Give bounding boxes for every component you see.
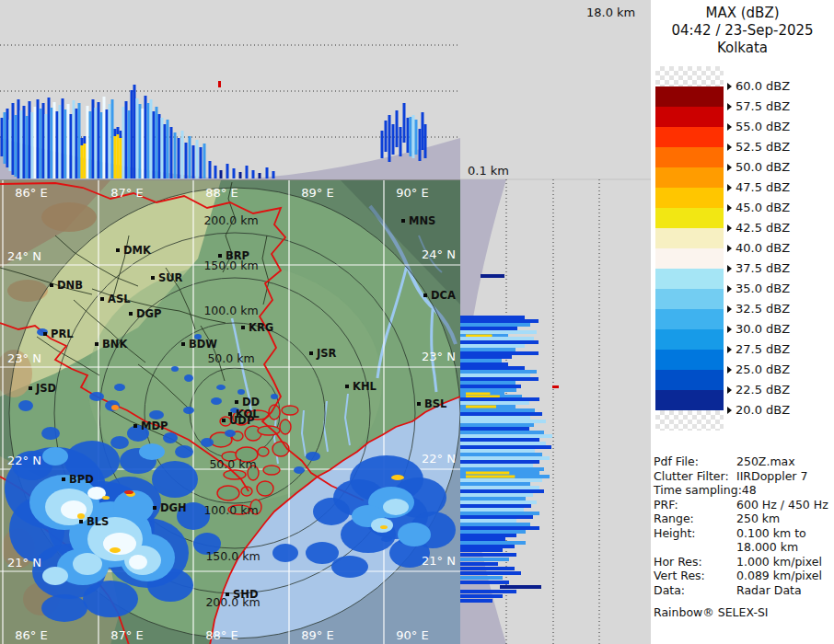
station-label: BRP [226,249,249,262]
echo-bar [103,97,106,178]
metadata-row: Clutter Filter:IIRDoppler 7 [654,469,832,484]
scale-band [655,188,724,208]
station-label: JSD [35,382,56,395]
scale-band [655,228,724,248]
station-label: DGP [136,307,161,320]
echo-bar [239,172,242,178]
island [224,470,246,479]
echo-bar [460,327,517,330]
metadata-row: 18.000 km [654,540,832,555]
echo-bar [460,456,550,460]
echo-bar [460,340,539,344]
precipitation-echo [381,536,392,542]
echo-bar [381,131,384,158]
scale-tick-arrow-icon [727,245,732,252]
precipitation-echo [184,374,193,382]
station-marker [151,276,155,280]
echo-bar [1,118,4,156]
echo-bar [4,112,6,164]
echo-bar [419,129,422,161]
precipitation-echo [383,499,409,515]
echo-bar [161,118,164,178]
island [257,481,273,496]
precipitation-echo [380,525,388,529]
echo-bar [170,127,173,178]
echo-bar [100,112,103,178]
scale-tick-label: 37.5 dBZ [727,261,790,275]
scale-band [655,107,724,127]
echo-bar [31,112,34,178]
echo-bar [203,144,206,178]
precipitation-echo [73,553,102,575]
scale-band [655,350,724,370]
precipitation-echo [42,447,68,466]
echo-bar [150,99,153,178]
side-projection-panel: 18.0 km 0.1 km [460,0,651,644]
island [258,447,269,456]
echo-bar [156,107,158,178]
station-marker [218,254,222,258]
precipitation-echo [391,475,404,480]
echo-bar [62,98,64,178]
echo-bar [178,138,180,178]
product-datetime: 04:42 / 23-Sep-2025 [651,22,834,40]
echo-bar [147,103,150,178]
precipitation-echo [129,555,147,569]
echo-bar [460,442,546,445]
station-marker [62,477,65,481]
metadata-row: Height:0.100 km to [654,526,832,541]
echo-bar [84,136,87,144]
station-marker [50,283,53,287]
echo-bar [460,438,539,442]
station-marker [309,351,313,355]
echo-bar [460,423,534,427]
station-label: DCA [431,289,456,302]
latitude-label: 22° N [7,454,41,467]
station-label: BNK [102,338,128,351]
precipitation-echo [83,581,138,617]
precipitation-echo [102,496,110,500]
echo-bar [392,124,395,155]
echo-bar [460,408,535,412]
precipitation-echo [89,392,104,401]
precipitation-echo [152,461,198,498]
echo-bar [37,99,40,178]
precipitation-echo [18,400,33,411]
echo-bar [460,541,526,545]
scale-band [655,66,724,86]
scale-tick-arrow-icon [727,164,732,171]
scale-tick-label: 20.0 dBZ [727,403,790,417]
echo-bar [89,111,92,178]
echo-bar [460,530,526,534]
echo-bar [136,98,139,178]
echo-bar [12,103,15,175]
echo-bar [153,111,156,178]
echo-bar [167,120,169,178]
longitude-label: 87° E [110,186,143,200]
station-marker [222,419,226,422]
precipitation-echo [306,542,339,564]
scale-tick-label: 52.5 dBZ [727,140,790,154]
echo-bar [460,594,503,598]
echo-bar [410,117,412,156]
echo-bar [106,109,109,178]
echo-bar [196,140,199,178]
latitude-label: 24° N [7,249,41,263]
scale-tick-label: 55.0 dBZ [727,120,790,133]
echo-bar [460,515,533,519]
metadata-row: Hor Res:1.000 km/pixel [654,555,832,569]
station-label: JSR [316,347,337,360]
station-label: BSL [424,397,447,410]
station-marker [79,520,83,523]
island [280,420,291,434]
station-marker [423,293,427,297]
scale-tick-arrow-icon [727,386,732,394]
range-ring-label: 100.0 km [203,503,258,517]
scale-band [655,390,724,410]
echo-bar [403,103,406,143]
echo-bar [460,449,535,453]
precipitation-echo [114,384,125,391]
echo-bar [122,107,125,178]
scale-band [655,309,724,329]
station-label: DD [242,396,260,408]
